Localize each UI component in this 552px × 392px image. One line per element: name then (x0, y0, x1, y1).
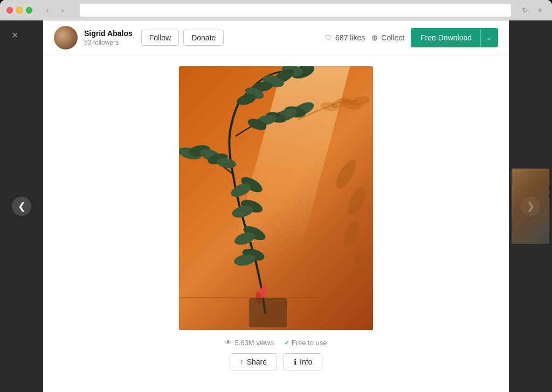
author-followers: 53 followers (84, 39, 133, 46)
info-icon: ℹ (294, 358, 296, 366)
views-meta: 👁 5.63M views (225, 339, 273, 347)
address-bar[interactable] (80, 4, 511, 17)
likes-button[interactable]: ♡ 687 likes (325, 33, 365, 42)
prev-arrow[interactable]: ❮ (12, 197, 31, 216)
browser-content: ✕ ❮ Sigrid Abalos 53 followers Follow Do… (0, 20, 552, 392)
likes-count: 687 likes (335, 33, 365, 42)
views-label: 5.63M views (234, 339, 273, 347)
photo-area: 👁 5.63M views ✔ Free to use ↑ Share (43, 55, 509, 392)
download-button[interactable]: Free Download (412, 29, 480, 46)
photo-meta: 👁 5.63M views ✔ Free to use (225, 339, 327, 347)
collect-button[interactable]: ⊕ Collect (371, 33, 404, 42)
svg-point-33 (344, 185, 369, 218)
eye-icon: 👁 (225, 339, 232, 347)
reload-button[interactable]: ↻ (522, 6, 528, 15)
avatar (54, 26, 78, 50)
toolbar-actions: Follow Donate (141, 30, 224, 46)
svg-point-32 (333, 157, 360, 191)
forward-button[interactable]: › (56, 4, 69, 17)
photo-toolbar: Sigrid Abalos 53 followers Follow Donate… (43, 20, 509, 55)
download-chevron-button[interactable]: ⌄ (480, 29, 497, 46)
nav-buttons: ‹ › (41, 4, 69, 17)
photo-actions: ↑ Share ℹ Info (230, 353, 323, 370)
avatar-image (54, 26, 78, 50)
plant-illustration (179, 66, 373, 330)
photo-background (179, 66, 373, 330)
follow-button[interactable]: Follow (141, 30, 179, 46)
svg-point-34 (341, 218, 362, 248)
share-label: Share (247, 358, 267, 366)
author-info: Sigrid Abalos 53 followers (84, 29, 133, 46)
author-name: Sigrid Abalos (84, 29, 133, 38)
share-icon: ↑ (240, 358, 244, 366)
info-label: Info (300, 358, 312, 366)
browser-titlebar: ‹ › ↻ + (0, 0, 552, 20)
close-traffic-light[interactable] (6, 7, 13, 13)
plus-circle-icon: ⊕ (371, 33, 378, 42)
minimize-traffic-light[interactable] (16, 7, 23, 13)
free-label: Free to use (292, 339, 327, 347)
main-photo (179, 66, 373, 330)
fullscreen-traffic-light[interactable] (26, 7, 32, 13)
heart-icon: ♡ (325, 33, 332, 42)
donate-button[interactable]: Donate (183, 30, 224, 46)
photo-canvas (179, 66, 373, 330)
svg-rect-37 (249, 298, 287, 327)
check-icon: ✔ (285, 340, 289, 346)
download-group: Free Download ⌄ (411, 28, 498, 47)
share-button[interactable]: ↑ Share (230, 353, 277, 370)
toolbar-right: ♡ 687 likes ⊕ Collect Free Download ⌄ (325, 28, 498, 47)
browser-window: ‹ › ↻ + ✕ ❮ Sigrid Abalos 53 followers (0, 0, 552, 392)
free-meta: ✔ Free to use (285, 339, 327, 347)
info-button[interactable]: ℹ Info (284, 353, 322, 370)
svg-point-35 (350, 251, 369, 280)
main-content: Sigrid Abalos 53 followers Follow Donate… (43, 20, 509, 392)
right-panel: ❯ (509, 20, 552, 392)
next-photo-thumbnail[interactable] (512, 169, 549, 244)
left-panel: ✕ ❮ (0, 20, 43, 392)
new-tab-button[interactable]: + (535, 5, 546, 16)
traffic-lights (6, 7, 32, 13)
close-overlay-button[interactable]: ✕ (6, 27, 23, 43)
back-button[interactable]: ‹ (41, 4, 54, 17)
collect-label: Collect (381, 33, 404, 42)
